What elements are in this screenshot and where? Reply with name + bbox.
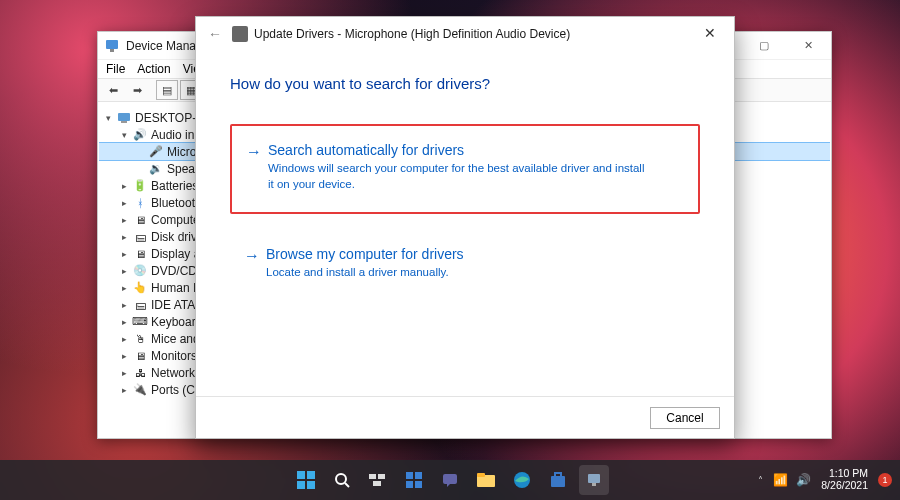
svg-rect-1 (110, 49, 114, 52)
svg-rect-13 (406, 472, 413, 479)
computer-icon: 🖥 (132, 213, 148, 227)
svg-marker-18 (447, 483, 451, 487)
svg-rect-16 (415, 481, 422, 488)
computer-icon (116, 111, 132, 125)
taskbar-clock[interactable]: 1:10 PM 8/26/2021 (821, 468, 868, 491)
svg-rect-5 (307, 471, 315, 479)
devmgr-app-icon (104, 38, 120, 54)
dialog-close-button[interactable]: ✕ (690, 19, 730, 47)
taskview-icon[interactable] (363, 465, 393, 495)
svg-rect-2 (118, 113, 130, 121)
battery-icon: 🔋 (132, 179, 148, 193)
arrow-right-icon: → (244, 246, 266, 281)
svg-rect-6 (297, 481, 305, 489)
svg-rect-0 (106, 40, 118, 49)
svg-rect-25 (592, 483, 596, 486)
option-search-automatically[interactable]: → Search automatically for drivers Windo… (230, 124, 700, 214)
chevron-right-icon[interactable]: ▸ (117, 300, 131, 310)
svg-rect-14 (415, 472, 422, 479)
taskbar-center-icons (291, 465, 609, 495)
svg-rect-10 (369, 474, 376, 479)
chat-icon[interactable] (435, 465, 465, 495)
option-browse-computer[interactable]: → Browse my computer for drivers Locate … (230, 232, 700, 295)
network-icon: 🖧 (132, 366, 148, 380)
speaker-icon: 🔉 (148, 162, 164, 176)
bluetooth-icon: ᚼ (132, 196, 148, 210)
dialog-titlebar[interactable]: ← Update Drivers - Microphone (High Defi… (196, 17, 734, 51)
nav-forward-icon[interactable]: ➡ (126, 80, 148, 100)
chevron-down-icon[interactable]: ▾ (101, 113, 115, 123)
chevron-right-icon[interactable]: ▸ (117, 317, 131, 327)
chevron-right-icon[interactable]: ▸ (117, 368, 131, 378)
mouse-icon: 🖱 (132, 332, 148, 346)
chevron-right-icon[interactable]: ▸ (117, 215, 131, 225)
edge-icon[interactable] (507, 465, 537, 495)
taskbar: ˄ 📶 🔊 1:10 PM 8/26/2021 1 (0, 460, 900, 500)
chevron-right-icon[interactable]: ▸ (117, 249, 131, 259)
option-title: Browse my computer for drivers (266, 246, 464, 262)
widgets-icon[interactable] (399, 465, 429, 495)
svg-rect-17 (443, 474, 457, 484)
svg-rect-24 (588, 474, 600, 483)
start-icon[interactable] (291, 465, 321, 495)
explorer-icon[interactable] (471, 465, 501, 495)
ide-icon: 🖴 (132, 298, 148, 312)
cancel-button[interactable]: Cancel (650, 407, 720, 429)
nav-back-icon[interactable]: ⬅ (102, 80, 124, 100)
svg-rect-12 (373, 481, 381, 486)
toolbar-properties-icon[interactable]: ▤ (156, 80, 178, 100)
chevron-right-icon[interactable]: ▸ (117, 181, 131, 191)
devmgr-taskbar-icon[interactable] (579, 465, 609, 495)
option-description: Windows will search your computer for th… (268, 161, 648, 192)
svg-line-9 (345, 483, 349, 487)
option-title: Search automatically for drivers (268, 142, 648, 158)
close-button[interactable]: ✕ (786, 32, 831, 59)
svg-rect-11 (378, 474, 385, 479)
chevron-right-icon[interactable]: ▸ (117, 385, 131, 395)
back-icon[interactable]: ← (204, 23, 226, 45)
monitor-icon: 🖥 (132, 349, 148, 363)
dialog-footer: Cancel (196, 396, 734, 438)
dialog-heading: How do you want to search for drivers? (230, 75, 700, 92)
display-icon: 🖥 (132, 247, 148, 261)
chevron-right-icon[interactable]: ▸ (117, 198, 131, 208)
svg-point-8 (336, 474, 346, 484)
dvd-icon: 💿 (132, 264, 148, 278)
speaker-icon: 🔊 (132, 128, 148, 142)
notification-badge[interactable]: 1 (878, 473, 892, 487)
desktop-background: Device Manager — ▢ ✕ File Action View ⬅ … (0, 0, 900, 500)
microphone-device-icon (232, 26, 248, 42)
menu-action[interactable]: Action (137, 62, 170, 76)
chevron-down-icon[interactable]: ▾ (117, 130, 131, 140)
microphone-icon: 🎤 (148, 145, 164, 159)
tray-overflow-icon[interactable]: ˄ (758, 475, 763, 486)
svg-rect-23 (555, 473, 561, 477)
chevron-right-icon[interactable]: ▸ (117, 351, 131, 361)
svg-rect-7 (307, 481, 315, 489)
keyboard-icon: ⌨ (132, 315, 148, 329)
maximize-button[interactable]: ▢ (741, 32, 786, 59)
menu-file[interactable]: File (106, 62, 125, 76)
svg-rect-4 (297, 471, 305, 479)
svg-rect-20 (477, 473, 485, 477)
chevron-right-icon[interactable]: ▸ (117, 266, 131, 276)
store-icon[interactable] (543, 465, 573, 495)
dialog-title: Update Drivers - Microphone (High Defini… (254, 27, 570, 41)
search-icon[interactable] (327, 465, 357, 495)
arrow-right-icon: → (246, 142, 268, 192)
chevron-right-icon[interactable]: ▸ (117, 334, 131, 344)
svg-rect-15 (406, 481, 413, 488)
wifi-icon[interactable]: 📶 (773, 473, 788, 487)
chevron-right-icon[interactable]: ▸ (117, 283, 131, 293)
svg-rect-3 (121, 121, 127, 123)
chevron-right-icon[interactable]: ▸ (117, 232, 131, 242)
port-icon: 🔌 (132, 383, 148, 397)
taskbar-right: ˄ 📶 🔊 1:10 PM 8/26/2021 1 (758, 468, 892, 491)
disk-icon: 🖴 (132, 230, 148, 244)
hid-icon: 👆 (132, 281, 148, 295)
option-description: Locate and install a driver manually. (266, 265, 464, 281)
volume-icon[interactable]: 🔊 (796, 473, 811, 487)
update-drivers-dialog: ← Update Drivers - Microphone (High Defi… (195, 16, 735, 439)
